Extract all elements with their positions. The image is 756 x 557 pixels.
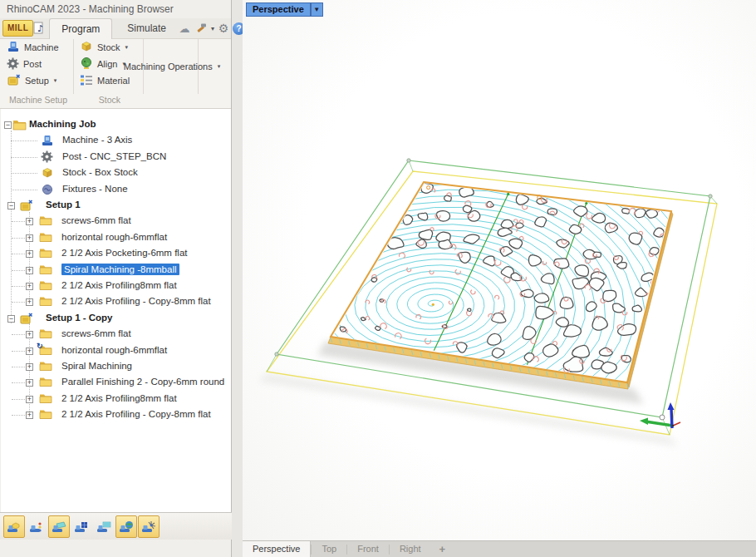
settings-gear-icon[interactable]: ⚙: [217, 22, 230, 35]
expand-icon[interactable]: +: [26, 331, 33, 338]
tool-display-toggle[interactable]: [138, 515, 160, 538]
select-operations-toggle[interactable]: [71, 515, 92, 538]
group-label: Machine Setup: [3, 95, 73, 105]
tree-row-label[interactable]: Fixtures - None: [62, 184, 128, 194]
viewport[interactable]: Perspective ▼ PerspectiveTopFrontRight+: [243, 0, 756, 557]
tree-row-label[interactable]: Setup 1: [46, 200, 81, 209]
operations-list-toggle[interactable]: [26, 515, 47, 538]
tree-row[interactable]: +Spiral Machining -8mmball: [1, 263, 231, 278]
tree-row-label[interactable]: 2 1/2 Axis Profiling - Copy-8mm flat: [61, 296, 211, 306]
view-selector[interactable]: Perspective ▼: [246, 2, 323, 17]
tree-row[interactable]: +Parallel Finishing 2 - Copy-6mm round: [1, 375, 231, 390]
tree-row[interactable]: Fixtures - None: [1, 182, 231, 197]
machining-objects-icon[interactable]: ♪: [33, 21, 46, 36]
cloud-icon[interactable]: ☁: [178, 22, 191, 35]
expand-icon[interactable]: +: [26, 379, 33, 387]
collapse-icon[interactable]: −: [4, 121, 12, 129]
tree-row[interactable]: Machine - 3 Axis: [1, 133, 231, 148]
tree-row[interactable]: −Setup 1 - Copy: [1, 311, 231, 326]
tree-row[interactable]: −Machining Job: [1, 117, 231, 132]
post-button[interactable]: Post: [3, 56, 73, 72]
tree-row-label[interactable]: 2 1/2 Axis Profiling8mm flat: [61, 393, 177, 403]
expand-icon[interactable]: +: [26, 298, 33, 306]
expand-icon[interactable]: +: [26, 363, 33, 371]
rhinocam-window: { "window": { "title": "RhinoCAM 2023 - …: [0, 0, 756, 557]
tree-row[interactable]: +screws-6mm flat: [1, 327, 231, 342]
tree-row-label[interactable]: Parallel Finishing 2 - Copy-6mm round: [61, 377, 224, 387]
tree-row-label[interactable]: Spiral Machining: [61, 361, 132, 371]
tree-row[interactable]: +screws-6mm flat: [1, 214, 231, 229]
tree-row-label[interactable]: 2 1/2 Axis Pocketing-6mm flat: [61, 248, 187, 258]
expand-icon[interactable]: +: [26, 283, 33, 290]
toolpath-display-toggle[interactable]: [48, 515, 70, 538]
tree-row[interactable]: −Setup 1: [1, 198, 231, 213]
expand-icon[interactable]: +: [26, 267, 33, 274]
stock-simulation-toggle[interactable]: [93, 515, 115, 538]
expand-icon[interactable]: +: [26, 396, 33, 403]
tree-row-label[interactable]: screws-6mm flat: [61, 215, 131, 225]
button-label: Align: [97, 59, 117, 69]
expand-icon[interactable]: +: [26, 250, 33, 258]
tree-connector-stub: [12, 382, 25, 383]
tree-connector-stub: [11, 190, 37, 190]
tree-row-label[interactable]: Machining Job: [29, 119, 96, 129]
tree-row[interactable]: +2 1/2 Axis Profiling - Copy-8mm flat: [1, 407, 231, 422]
tree-row[interactable]: +↻horizontal rough-6mmflat: [1, 343, 231, 358]
tree-connector-stub: [11, 140, 37, 141]
fixtures-icon: [41, 183, 54, 198]
tree-row-label[interactable]: 2 1/2 Axis Profiling - Copy-8mm flat: [61, 409, 211, 419]
collapse-icon[interactable]: −: [7, 315, 15, 323]
material-button[interactable]: Material: [76, 72, 143, 89]
folder-icon: [39, 408, 52, 421]
display-toggles-toolbar: [0, 512, 232, 540]
viewport-tab-front[interactable]: Front: [347, 541, 389, 557]
expand-icon[interactable]: +: [26, 234, 33, 242]
collapse-icon[interactable]: −: [7, 202, 15, 209]
tree-row[interactable]: +2 1/2 Axis Profiling8mm flat: [1, 392, 231, 407]
setup-button[interactable]: Setup▾: [3, 72, 73, 89]
tree-row-label[interactable]: Stock - Box Stock: [62, 167, 138, 177]
tree-row-label[interactable]: horizontal rough-6mmflat: [61, 232, 167, 242]
viewport-tab-top[interactable]: Top: [312, 541, 346, 557]
stock-display-toggle[interactable]: [3, 515, 25, 538]
button-label: Material: [97, 76, 130, 86]
expand-icon[interactable]: +: [26, 218, 33, 225]
ribbon-group-machining-operations: Machining Operations▾: [146, 39, 199, 94]
tree-row[interactable]: +horizontal rough-6mmflat: [1, 230, 231, 245]
chevron-down-icon[interactable]: ▼: [311, 2, 323, 17]
tree-row-label[interactable]: horizontal rough-6mmflat: [61, 345, 167, 355]
mill-module-button[interactable]: MILL: [2, 20, 33, 37]
tree-row[interactable]: +2 1/2 Axis Profiling8mm flat: [1, 278, 231, 293]
tree-row-label[interactable]: 2 1/2 Axis Profiling8mm flat: [61, 280, 177, 290]
machine-display-toggle[interactable]: [115, 515, 137, 538]
tree-row-label[interactable]: Spiral Machining -8mmball: [61, 264, 179, 275]
tree-row[interactable]: Post - CNC_STEP_BCN: [1, 150, 231, 165]
panel-title: RhinoCAM 2023 - Machining Browser: [0, 0, 231, 18]
regenerate-flag-icon: ↻: [37, 342, 43, 350]
stock-button[interactable]: Stock▾: [76, 39, 143, 56]
expand-icon[interactable]: +: [26, 412, 33, 419]
tree-row[interactable]: +2 1/2 Axis Pocketing-6mm flat: [1, 246, 231, 261]
setup-icon: [19, 312, 33, 327]
viewport-tab-perspective[interactable]: Perspective: [243, 541, 311, 557]
tree-row-label[interactable]: Setup 1 - Copy: [46, 313, 113, 323]
expand-icon[interactable]: +: [26, 348, 33, 355]
tools-icon[interactable]: [194, 21, 209, 36]
tree-row[interactable]: +Spiral Machining: [1, 359, 231, 374]
stock-icon: [80, 40, 93, 55]
tab-simulate[interactable]: Simulate: [115, 18, 178, 38]
tree-row[interactable]: +2 1/2 Axis Profiling - Copy-8mm flat: [1, 294, 231, 309]
post-icon: [7, 57, 19, 71]
tools-dropdown-caret[interactable]: ▾: [211, 25, 214, 32]
machining-operations-button[interactable]: Machining Operations▾: [146, 39, 198, 94]
tree-row-label[interactable]: Machine - 3 Axis: [62, 135, 132, 145]
tree-row-label[interactable]: screws-6mm flat: [61, 328, 131, 338]
tab-program[interactable]: Program: [49, 18, 112, 39]
viewport-3d-scene[interactable]: [243, 0, 756, 540]
tree-row-label[interactable]: Post - CNC_STEP_BCN: [62, 151, 166, 161]
tree-row[interactable]: Stock - Box Stock: [1, 165, 231, 180]
pan-cross-icon[interactable]: +: [439, 543, 446, 555]
view-selector-label[interactable]: Perspective: [246, 2, 311, 17]
machine-button[interactable]: Machine: [3, 39, 73, 56]
viewport-tab-right[interactable]: Right: [390, 541, 431, 557]
